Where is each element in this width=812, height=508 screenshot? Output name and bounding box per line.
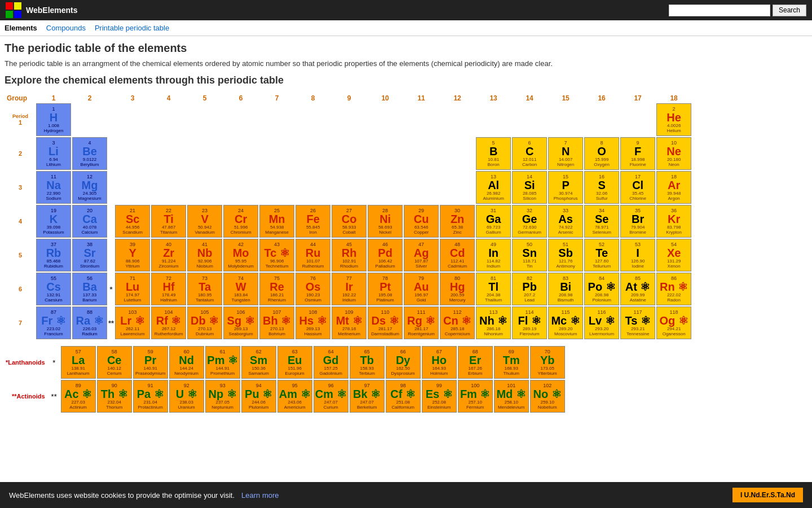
- element-Na[interactable]: 11Na22.990Sodium: [36, 171, 71, 204]
- element-Es[interactable]: 99Es ⚛252.08Einsteinium: [422, 380, 457, 413]
- element-Pm[interactable]: 61Pm ⚛144.91Promethium: [205, 346, 240, 379]
- element-Am[interactable]: 95Am ⚛243.06Americium: [277, 380, 312, 413]
- element-Hg[interactable]: 80Hg200.59Mercury: [440, 273, 475, 305]
- element-Fm[interactable]: 100Fm ⚛257.10Fermium: [458, 380, 493, 413]
- element-Pa[interactable]: 91Pa ⚛231.04Protactinium: [133, 380, 168, 413]
- element-Mo[interactable]: 42Mo95.95Molybdenum: [223, 239, 258, 271]
- element-At[interactable]: 85At ⚛209.99Astatine: [620, 273, 655, 305]
- element-Lr[interactable]: 103Lr ⚛262.11Lawrencium: [115, 306, 150, 339]
- element-Ca[interactable]: 20Ca40.078Calcium: [72, 205, 107, 238]
- element-Pr[interactable]: 59Pr140.91Praseodymium: [133, 346, 168, 379]
- element-Rn[interactable]: 86Rn ⚛222.02Radon: [656, 273, 691, 305]
- element-W[interactable]: 74W183.84Tungsten: [223, 273, 258, 305]
- nav-printable[interactable]: Printable periodic table: [95, 24, 169, 32]
- element-Y[interactable]: 39Y88.906Yttrium: [115, 239, 150, 271]
- element-C[interactable]: 6C12.011Carbon: [512, 137, 547, 170]
- element-O[interactable]: 8O15.999Oxygen: [584, 137, 619, 170]
- element-No[interactable]: 102No ⚛259.10Nobelium: [530, 380, 565, 413]
- element-Cn[interactable]: 112Cn ⚛285.18Copernicium: [440, 306, 475, 339]
- element-Nd[interactable]: 60Nd144.24Neodymium: [169, 346, 204, 379]
- element-Ts[interactable]: 117Ts ⚛293.21Tennessine: [620, 306, 655, 339]
- element-Pd[interactable]: 46Pd106.42Palladium: [368, 239, 403, 271]
- search-button[interactable]: Search: [773, 5, 806, 16]
- element-Ni[interactable]: 28Ni58.693Nickel: [368, 205, 403, 238]
- element-Lu[interactable]: 71Lu174.97Lutetium: [115, 273, 150, 305]
- element-Ra[interactable]: 88Ra ⚛226.03Radium: [72, 306, 107, 339]
- element-Bh[interactable]: 107Bh ⚛270.13Bohrium: [259, 306, 294, 339]
- element-Ba[interactable]: 56Ba137.33Barium: [72, 273, 107, 305]
- element-Tl[interactable]: 81Tl204.38Thallium: [476, 273, 511, 305]
- element-S[interactable]: 16S32.06Sulfur: [584, 171, 619, 204]
- search-input[interactable]: [669, 5, 770, 16]
- element-Pt[interactable]: 78Pt195.08Platinum: [368, 273, 403, 305]
- element-Db[interactable]: 105Db ⚛270.13Dubnium: [187, 306, 222, 339]
- element-Lv[interactable]: 116Lv ⚛293.20Livermorium: [584, 306, 619, 339]
- element-Mg[interactable]: 12Mg24.305Magnesium: [72, 171, 107, 204]
- element-Tc[interactable]: 43Tc ⚛96.906Technetium: [259, 239, 294, 271]
- element-Po[interactable]: 84Po ⚛208.98Polonium: [584, 273, 619, 305]
- element-B[interactable]: 5B10.81Boron: [476, 137, 511, 170]
- element-Fe[interactable]: 26Fe55.845Iron: [295, 205, 330, 238]
- element-Au[interactable]: 79Au196.97Gold: [404, 273, 439, 305]
- element-Fr[interactable]: 87Fr ⚛223.02Francium: [36, 306, 71, 339]
- element-Og[interactable]: 118Og ⚛294.21Oganesson: [656, 306, 691, 339]
- element-Hs[interactable]: 108Hs ⚛269.13Hassium: [295, 306, 330, 339]
- element-Pu[interactable]: 94Pu ⚛244.06Plutonium: [241, 380, 276, 413]
- element-H[interactable]: 1H1.008Hydrogen: [36, 103, 71, 136]
- element-Cf[interactable]: 98Cf ⚛251.08Californium: [386, 380, 421, 413]
- element-F[interactable]: 9F18.998Fluorine: [620, 137, 655, 170]
- element-Ho[interactable]: 67Ho164.93Holmium: [422, 346, 457, 379]
- element-Rg[interactable]: 111Rg ⚛281.17Roentgenium: [404, 306, 439, 339]
- element-Ge[interactable]: 32Ge72.630Germanium: [512, 205, 547, 238]
- element-Sc[interactable]: 21Sc44.956Scandium: [115, 205, 150, 238]
- element-Ti[interactable]: 22Ti47.867Titanium: [151, 205, 186, 238]
- element-He[interactable]: 2He4.0026Helium: [656, 103, 691, 136]
- element-Sm[interactable]: 62Sm150.36Samarium: [241, 346, 276, 379]
- element-Bi[interactable]: 83Bi208.98Bismuth: [548, 273, 583, 305]
- element-Mc[interactable]: 115Mc ⚛289.20Moscovium: [548, 306, 583, 339]
- element-Th[interactable]: 90Th ⚛232.04Thorium: [97, 380, 132, 413]
- element-I[interactable]: 53I126.90Iodine: [620, 239, 655, 271]
- element-Cs[interactable]: 55Cs132.91Caesium: [36, 273, 71, 305]
- element-Ir[interactable]: 77Ir192.22Iridium: [332, 273, 367, 305]
- element-Ag[interactable]: 47Ag107.87Silver: [404, 239, 439, 271]
- element-Ta[interactable]: 73Ta180.95Tantalum: [187, 273, 222, 305]
- element-N[interactable]: 7N14.007Nitrogen: [548, 137, 583, 170]
- element-Rh[interactable]: 45Rh102.91Rhodium: [332, 239, 367, 271]
- element-Ce[interactable]: 58Ce140.12Cerium: [97, 346, 132, 379]
- element-Sb[interactable]: 51Sb121.76Antimony: [548, 239, 583, 271]
- element-Mt[interactable]: 109Mt ⚛278.16Meitnerium: [332, 306, 367, 339]
- element-Nh[interactable]: 113Nh ⚛286.18Nihonium: [476, 306, 511, 339]
- element-Bk[interactable]: 97Bk ⚛247.07Berkelium: [350, 380, 385, 413]
- element-Sr[interactable]: 38Sr87.62Strontium: [72, 239, 107, 271]
- element-Fl[interactable]: 114Fl ⚛289.19Flerovium: [512, 306, 547, 339]
- element-Ac[interactable]: 89Ac ⚛227.03Actinium: [61, 380, 96, 413]
- element-Zn[interactable]: 30Zn65.38Zinc: [440, 205, 475, 238]
- element-U[interactable]: 92U ⚛238.03Uranium: [169, 380, 204, 413]
- element-Rf[interactable]: 104Rf ⚛267.12Rutherfordium: [151, 306, 186, 339]
- element-Os[interactable]: 76Os190.23Osmium: [295, 273, 330, 305]
- element-Mn[interactable]: 25Mn54.938Manganese: [259, 205, 294, 238]
- element-Dy[interactable]: 66Dy162.50Dysprosium: [386, 346, 421, 379]
- element-Np[interactable]: 93Np ⚛237.05Neptunium: [205, 380, 240, 413]
- element-Cl[interactable]: 17Cl35.45Chlorine: [620, 171, 655, 204]
- element-Er[interactable]: 68Er167.26Erbium: [458, 346, 493, 379]
- element-Ar[interactable]: 18Ar39.948Argon: [656, 171, 691, 204]
- element-Be[interactable]: 4Be9.0122Beryllium: [72, 137, 107, 170]
- element-In[interactable]: 49In114.82Indium: [476, 239, 511, 271]
- element-Nb[interactable]: 41Nb92.906Niobium: [187, 239, 222, 271]
- element-K[interactable]: 19K39.098Potassium: [36, 205, 71, 238]
- element-Yb[interactable]: 70Yb173.05Ytterbium: [530, 346, 565, 379]
- element-Gd[interactable]: 64Gd157.25Gadolinium: [314, 346, 348, 379]
- element-Tm[interactable]: 69Tm168.93Thulium: [494, 346, 529, 379]
- element-Br[interactable]: 35Br79.904Bromine: [620, 205, 655, 238]
- element-Sg[interactable]: 106Sg ⚛269.13Seaborgium: [223, 306, 258, 339]
- element-Cd[interactable]: 48Cd112.41Cadmium: [440, 239, 475, 271]
- element-Hf[interactable]: 72Hf178.49Hafnium: [151, 273, 186, 305]
- element-Ga[interactable]: 31Ga69.723Gallium: [476, 205, 511, 238]
- element-Si[interactable]: 14Si28.085Silicon: [512, 171, 547, 204]
- element-Cu[interactable]: 29Cu63.546Copper: [404, 205, 439, 238]
- element-Sn[interactable]: 50Sn118.71Tin: [512, 239, 547, 271]
- element-Te[interactable]: 52Te127.60Tellurium: [584, 239, 619, 271]
- element-Cr[interactable]: 24Cr51.996Chromium: [223, 205, 258, 238]
